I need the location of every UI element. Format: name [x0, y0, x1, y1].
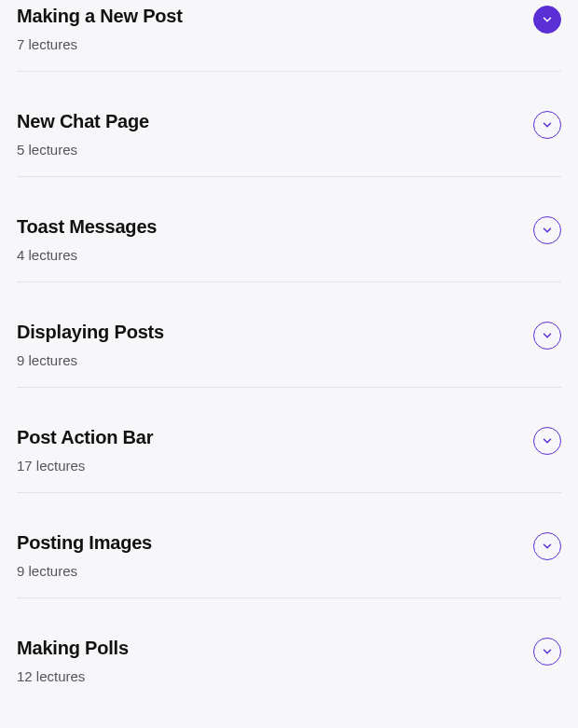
chevron-down-icon [541, 13, 554, 26]
section-header: Toast Messages 4 lectures [17, 216, 561, 263]
spacer [17, 177, 561, 199]
expand-button[interactable] [533, 6, 561, 34]
spacer [17, 493, 561, 515]
section-title: Posting Images [17, 532, 152, 554]
section-header: Displaying Posts 9 lectures [17, 322, 561, 368]
spacer [17, 388, 561, 410]
section-title: Making Polls [17, 638, 129, 659]
expand-button[interactable] [533, 216, 561, 244]
section-row[interactable]: Making a New Post 7 lectures [17, 0, 561, 72]
section-title: Post Action Bar [17, 427, 153, 448]
spacer [17, 598, 561, 621]
section-header: Making a New Post 7 lectures [17, 6, 561, 52]
section-subtitle: 9 lectures [17, 352, 164, 368]
chevron-down-icon [541, 329, 554, 342]
section-subtitle: 9 lectures [17, 563, 152, 579]
section-row[interactable]: Displaying Posts 9 lectures [17, 305, 561, 388]
section-subtitle: 7 lectures [17, 36, 183, 52]
expand-button[interactable] [533, 111, 561, 139]
section-header: Posting Images 9 lectures [17, 532, 561, 579]
section-text: Making Polls 12 lectures [17, 638, 129, 684]
section-subtitle: 4 lectures [17, 247, 157, 263]
chevron-down-icon [541, 434, 554, 447]
section-text: Posting Images 9 lectures [17, 532, 152, 579]
section-header: New Chat Page 5 lectures [17, 111, 561, 158]
section-subtitle: 12 lectures [17, 668, 129, 684]
expand-button[interactable] [533, 322, 561, 350]
section-title: New Chat Page [17, 111, 149, 132]
section-row[interactable]: New Chat Page 5 lectures [17, 94, 561, 177]
chevron-down-icon [541, 540, 554, 553]
section-text: Displaying Posts 9 lectures [17, 322, 164, 368]
section-title: Making a New Post [17, 6, 183, 27]
section-text: New Chat Page 5 lectures [17, 111, 149, 158]
section-title: Displaying Posts [17, 322, 164, 343]
section-row[interactable]: Posting Images 9 lectures [17, 515, 561, 598]
sections-list: Making a New Post 7 lectures New Chat Pa… [0, 0, 578, 703]
section-header: Making Polls 12 lectures [17, 638, 561, 684]
section-row[interactable]: Toast Messages 4 lectures [17, 199, 561, 282]
chevron-down-icon [541, 118, 554, 131]
section-title: Toast Messages [17, 216, 157, 238]
section-text: Toast Messages 4 lectures [17, 216, 157, 263]
spacer [17, 72, 561, 94]
section-header: Post Action Bar 17 lectures [17, 427, 561, 474]
expand-button[interactable] [533, 532, 561, 560]
expand-button[interactable] [533, 638, 561, 666]
section-subtitle: 5 lectures [17, 142, 149, 158]
chevron-down-icon [541, 224, 554, 237]
section-row[interactable]: Post Action Bar 17 lectures [17, 410, 561, 493]
section-subtitle: 17 lectures [17, 458, 153, 474]
section-text: Post Action Bar 17 lectures [17, 427, 153, 474]
section-row[interactable]: Making Polls 12 lectures [17, 621, 561, 703]
spacer [17, 282, 561, 305]
section-text: Making a New Post 7 lectures [17, 6, 183, 52]
chevron-down-icon [541, 645, 554, 658]
expand-button[interactable] [533, 427, 561, 455]
